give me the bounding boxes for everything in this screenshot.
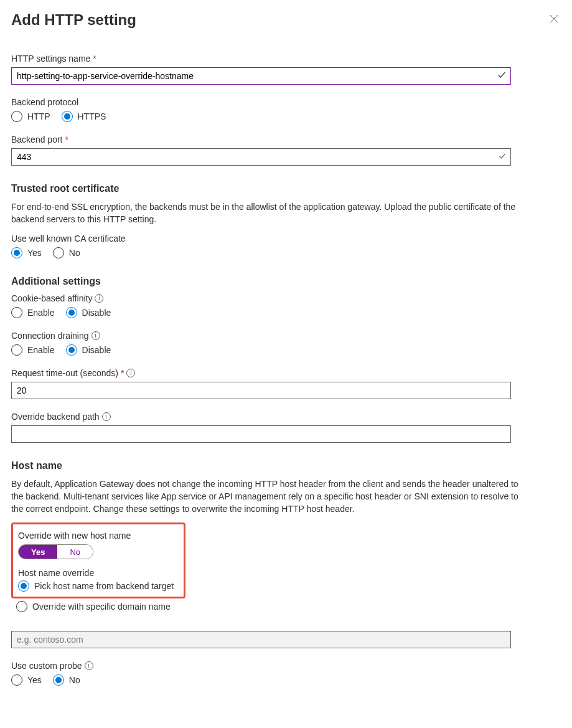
radio-icon — [66, 307, 77, 318]
info-icon[interactable]: i — [102, 412, 111, 421]
http-settings-name-label: HTTP settings name — [11, 54, 90, 64]
trusted-root-heading: Trusted root certificate — [11, 183, 561, 194]
well-known-ca-no-label: No — [69, 248, 80, 258]
well-known-ca-yes-label: Yes — [27, 248, 42, 258]
host-name-override-pick-label: Pick host name from backend target — [34, 581, 174, 591]
backend-protocol-http[interactable]: HTTP — [11, 111, 50, 122]
backend-protocol-http-label: HTTP — [27, 111, 50, 121]
override-new-host-no[interactable]: No — [57, 545, 93, 559]
close-icon[interactable] — [547, 11, 561, 27]
cookie-affinity-disable[interactable]: Disable — [66, 307, 111, 318]
highlight-box: Override with new host name Yes No Host … — [11, 522, 185, 598]
well-known-ca-no[interactable]: No — [53, 247, 80, 258]
cookie-affinity-enable[interactable]: Enable — [11, 307, 55, 318]
host-name-heading: Host name — [11, 460, 561, 471]
connection-draining-enable-label: Enable — [27, 345, 55, 355]
host-name-override-pick[interactable]: Pick host name from backend target — [18, 580, 179, 592]
connection-draining-disable-label: Disable — [82, 345, 111, 355]
radio-icon — [66, 344, 77, 356]
radio-icon — [18, 580, 29, 592]
radio-icon — [53, 247, 64, 258]
info-icon[interactable]: i — [85, 661, 93, 670]
backend-port-label: Backend port — [11, 135, 63, 144]
backend-protocol-label: Backend protocol — [11, 97, 78, 107]
override-backend-path-label: Override backend path — [11, 412, 100, 422]
override-new-host-label: Override with new host name — [18, 531, 131, 541]
page-title: Add HTTP setting — [11, 11, 136, 29]
domain-name-input[interactable] — [11, 631, 511, 648]
radio-icon — [11, 111, 22, 122]
connection-draining-label: Connection draining — [11, 331, 89, 341]
radio-icon — [11, 344, 22, 356]
radio-icon — [16, 601, 27, 612]
additional-settings-heading: Additional settings — [11, 276, 561, 287]
custom-probe-label: Use custom probe — [11, 661, 82, 671]
trusted-root-description: For end-to-end SSL encryption, the backe… — [11, 201, 528, 226]
info-icon[interactable]: i — [91, 331, 100, 340]
radio-icon — [11, 674, 22, 686]
connection-draining-disable[interactable]: Disable — [66, 344, 111, 356]
cookie-affinity-disable-label: Disable — [82, 308, 111, 318]
custom-probe-yes[interactable]: Yes — [11, 674, 42, 686]
backend-port-input[interactable] — [11, 148, 511, 166]
cookie-affinity-enable-label: Enable — [27, 308, 55, 318]
well-known-ca-label: Use well known CA certificate — [11, 234, 126, 243]
request-timeout-input[interactable] — [11, 382, 511, 399]
radio-icon — [62, 111, 73, 122]
backend-protocol-https[interactable]: HTTPS — [62, 111, 106, 122]
backend-protocol-https-label: HTTPS — [78, 111, 106, 121]
radio-icon — [11, 247, 22, 258]
well-known-ca-yes[interactable]: Yes — [11, 247, 42, 258]
cookie-affinity-label: Cookie-based affinity — [11, 293, 92, 303]
override-backend-path-input[interactable] — [11, 425, 511, 443]
radio-icon — [53, 674, 64, 686]
custom-probe-no-label: No — [69, 675, 80, 685]
http-settings-name-input[interactable] — [11, 67, 511, 85]
override-new-host-yes[interactable]: Yes — [19, 545, 57, 559]
host-name-override-specific-label: Override with specific domain name — [32, 602, 171, 612]
request-timeout-label: Request time-out (seconds) — [11, 368, 118, 378]
custom-probe-yes-label: Yes — [27, 675, 42, 685]
custom-probe-no[interactable]: No — [53, 674, 80, 686]
required-marker: * — [93, 54, 96, 64]
required-marker: * — [121, 368, 124, 378]
info-icon[interactable]: i — [126, 369, 135, 377]
override-new-host-toggle[interactable]: Yes No — [18, 544, 93, 559]
connection-draining-enable[interactable]: Enable — [11, 344, 55, 356]
required-marker: * — [65, 135, 68, 144]
host-name-override-label: Host name override — [18, 568, 94, 578]
info-icon[interactable]: i — [95, 294, 103, 303]
host-name-description: By default, Application Gateway does not… — [11, 478, 528, 516]
host-name-override-specific[interactable]: Override with specific domain name — [16, 601, 561, 612]
radio-icon — [11, 307, 22, 318]
